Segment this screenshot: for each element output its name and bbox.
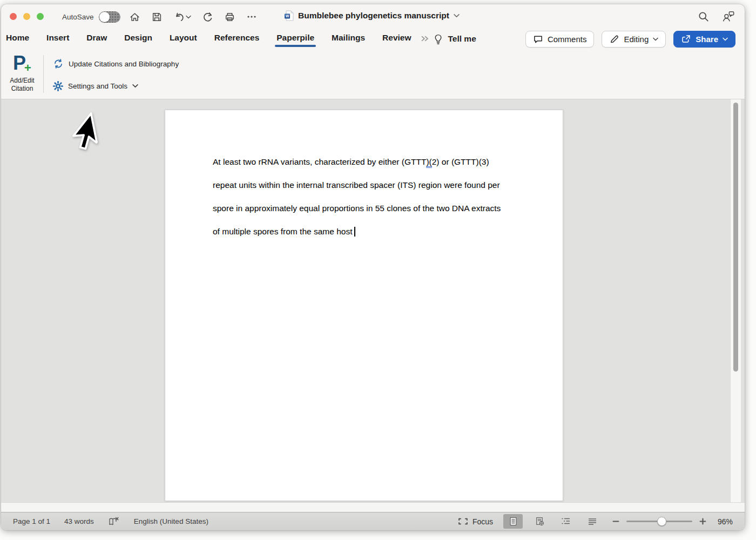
share-chevron-icon bbox=[723, 37, 728, 41]
share-label: Share bbox=[696, 35, 718, 44]
web-layout-view-button[interactable] bbox=[530, 514, 549, 529]
fullscreen-button[interactable] bbox=[37, 13, 44, 20]
save-icon[interactable] bbox=[150, 10, 164, 24]
line4-text: of multiple spores from the same host bbox=[213, 227, 352, 236]
settings-and-tools-button[interactable]: Settings and Tools bbox=[53, 79, 138, 92]
zoom-in-button[interactable] bbox=[699, 518, 706, 525]
outline-view-button[interactable] bbox=[556, 514, 576, 529]
undo-button[interactable] bbox=[172, 10, 192, 24]
line1-post: 2) or (GTTT)(3) bbox=[432, 157, 489, 166]
language-indicator[interactable]: English (United States) bbox=[134, 517, 208, 525]
print-icon[interactable] bbox=[222, 10, 237, 24]
tab-mailings[interactable]: Mailings bbox=[331, 31, 366, 47]
tab-review[interactable]: Review bbox=[382, 31, 411, 47]
settings-chevron-icon bbox=[132, 84, 138, 88]
paperpile-ribbon: P+ Add/Edit Citation Update Citations an… bbox=[1, 49, 745, 99]
tab-draw[interactable]: Draw bbox=[86, 31, 107, 47]
add-edit-citation-button[interactable]: P+ Add/Edit Citation bbox=[4, 52, 40, 93]
editing-mode-button[interactable]: Editing bbox=[602, 31, 666, 48]
focus-label: Focus bbox=[473, 517, 493, 526]
page-indicator[interactable]: Page 1 of 1 bbox=[13, 517, 50, 525]
grammar-flagged-text[interactable]: )( bbox=[426, 157, 431, 168]
document-title: Bumblebee phylogenetics manuscript bbox=[298, 11, 449, 21]
tab-insert[interactable]: Insert bbox=[46, 31, 70, 47]
paperpile-logo-icon: P+ bbox=[4, 52, 40, 76]
paragraph-line-2[interactable]: repeat units within the internal transcr… bbox=[213, 173, 526, 197]
line3-text: spore in approximately equal proportions… bbox=[213, 204, 501, 213]
vertical-scrollbar-track[interactable] bbox=[730, 99, 741, 502]
paragraph-line-3[interactable]: spore in approximately equal proportions… bbox=[213, 197, 526, 220]
line2-text: repeat units within the internal transcr… bbox=[213, 180, 500, 190]
minimize-button[interactable] bbox=[23, 13, 30, 20]
zoom-slider[interactable] bbox=[626, 517, 692, 526]
word-count[interactable]: 43 words bbox=[64, 517, 94, 525]
zoom-slider-thumb[interactable] bbox=[657, 517, 666, 526]
comments-button[interactable]: Comments bbox=[525, 31, 595, 48]
draft-view-button[interactable] bbox=[583, 514, 602, 529]
pencil-icon bbox=[609, 34, 619, 44]
ribbon-tab-row: Home Insert Draw Design Layout Reference… bbox=[1, 29, 745, 49]
editing-chevron-icon bbox=[653, 37, 658, 41]
gear-icon bbox=[53, 81, 63, 91]
tab-paperpile[interactable]: Paperpile bbox=[276, 31, 315, 47]
mouse-cursor bbox=[76, 114, 102, 154]
outline-view-icon bbox=[561, 517, 571, 525]
tab-design[interactable]: Design bbox=[124, 31, 153, 47]
document-title-menu[interactable]: W Bumblebee phylogenetics manuscript bbox=[284, 10, 460, 21]
title-dropdown-chevron-icon bbox=[454, 14, 460, 18]
undo-dropdown-chevron-icon bbox=[186, 15, 191, 19]
logo-letter: P bbox=[13, 52, 25, 75]
home-icon[interactable] bbox=[127, 10, 141, 24]
more-options-icon[interactable] bbox=[245, 10, 259, 24]
print-layout-view-button[interactable] bbox=[503, 514, 523, 529]
autosave-control: AutoSave bbox=[62, 11, 120, 23]
draft-view-icon bbox=[588, 518, 597, 525]
traffic-lights bbox=[10, 13, 44, 20]
tab-overflow-icon[interactable] bbox=[421, 34, 429, 44]
tab-layout[interactable]: Layout bbox=[169, 31, 198, 47]
web-layout-icon bbox=[535, 517, 544, 526]
share-icon bbox=[681, 34, 691, 44]
feedback-contact-icon[interactable] bbox=[721, 10, 735, 25]
toggle-knob bbox=[99, 12, 110, 22]
tell-me[interactable]: Tell me bbox=[448, 34, 476, 44]
update-citations-button[interactable]: Update Citations and Bibliography bbox=[53, 57, 179, 70]
zoom-percentage[interactable]: 96% bbox=[713, 517, 733, 526]
line1-pre: At least two rRNA variants, characterize… bbox=[213, 157, 426, 166]
focus-mode-button[interactable]: Focus bbox=[458, 517, 493, 526]
status-bar: Page 1 of 1 43 words English (United Sta… bbox=[1, 512, 745, 530]
print-layout-icon bbox=[509, 517, 518, 526]
document-text[interactable]: At least two rRNA variants, characterize… bbox=[213, 150, 526, 243]
document-page[interactable]: At least two rRNA variants, characterize… bbox=[165, 110, 563, 501]
redo-button[interactable] bbox=[200, 10, 214, 24]
comments-label: Comments bbox=[548, 35, 587, 44]
paragraph-line-4[interactable]: of multiple spores from the same host bbox=[213, 220, 526, 243]
close-button[interactable] bbox=[10, 13, 17, 20]
settings-and-tools-label: Settings and Tools bbox=[68, 82, 127, 90]
word-window: AutoSave W B bbox=[1, 4, 745, 530]
document-canvas: At least two rRNA variants, characterize… bbox=[1, 99, 745, 502]
comment-bubble-icon bbox=[533, 35, 543, 44]
update-citations-label: Update Citations and Bibliography bbox=[69, 60, 179, 68]
autosave-label: AutoSave bbox=[62, 13, 94, 21]
tab-references[interactable]: References bbox=[214, 31, 260, 47]
titlebar: AutoSave W B bbox=[1, 4, 745, 29]
horizontal-scrollbar-track[interactable] bbox=[1, 502, 745, 512]
focus-icon bbox=[458, 517, 468, 525]
tab-home[interactable]: Home bbox=[5, 31, 30, 47]
sync-icon bbox=[53, 58, 64, 69]
word-doc-icon: W bbox=[284, 10, 294, 21]
text-caret bbox=[354, 227, 355, 237]
vertical-scrollbar-thumb[interactable] bbox=[733, 103, 738, 372]
share-button[interactable]: Share bbox=[673, 31, 735, 48]
proofing-status-icon[interactable] bbox=[108, 517, 120, 526]
lightbulb-icon bbox=[434, 33, 443, 45]
editing-label: Editing bbox=[624, 35, 649, 44]
add-edit-citation-label-line1: Add/Edit bbox=[4, 77, 40, 85]
search-icon[interactable] bbox=[698, 11, 710, 25]
zoom-out-button[interactable] bbox=[612, 518, 619, 525]
paragraph-line-1[interactable]: At least two rRNA variants, characterize… bbox=[213, 150, 526, 173]
autosave-toggle[interactable] bbox=[99, 11, 120, 23]
add-edit-citation-label-line2: Citation bbox=[4, 85, 40, 93]
ribbon-divider bbox=[43, 55, 44, 93]
